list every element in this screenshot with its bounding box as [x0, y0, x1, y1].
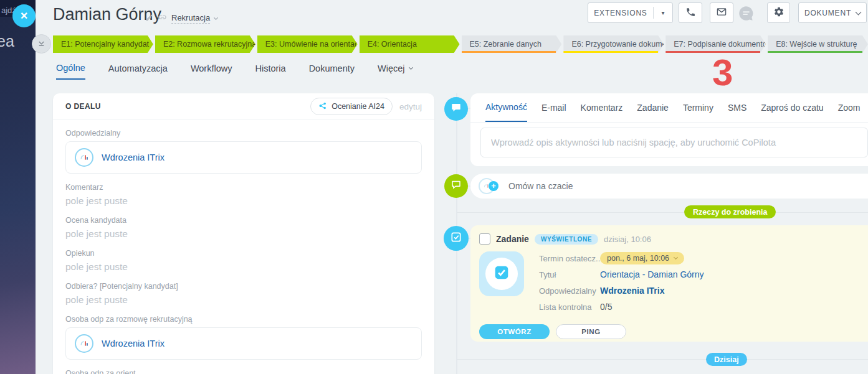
slider-minimize-button[interactable] [32, 34, 51, 54]
stage-e3[interactable]: E3: Umówienie na orientację [257, 35, 358, 53]
stage-e6[interactable]: E6: Przygotowanie dokume... [563, 35, 664, 53]
stage-e8[interactable]: E8: Wejście w strukturę [768, 35, 868, 53]
field-empty-value: pole jest puste [65, 261, 422, 273]
background-app-strip: ajdź ea [0, 0, 36, 374]
task-check-icon [494, 264, 510, 283]
stage-e1[interactable]: E1: Potencjalny kandydat [53, 35, 153, 53]
stage-e4[interactable]: E4: Orientacja [360, 35, 460, 53]
extensions-dropdown-caret[interactable]: ▾ [654, 9, 672, 16]
extensions-button[interactable]: EXTENSIONS ▾ [588, 2, 673, 23]
field-label: Osoba odp za orient [65, 369, 422, 374]
tab-wiecej[interactable]: Więcej [378, 63, 413, 80]
task-icon-tile [479, 251, 524, 296]
pipeline-selector[interactable]: Rekrutacja [171, 13, 210, 24]
field-label: Komentarz [65, 183, 422, 192]
tab-email[interactable]: E-mail [541, 93, 566, 122]
tab-sms[interactable]: SMS [728, 93, 746, 122]
task-timeline-card: Zadanie WYŚWIETLONE dzisiaj, 10:06 Termi… [470, 225, 868, 342]
deal-info-panel: O DEALU Ocenianie AI24 edytuj Odpowiedzi… [53, 93, 434, 374]
link-icon[interactable] [158, 12, 167, 24]
task-checklist-label: Lista kontrolna [539, 302, 600, 312]
gear-icon [773, 6, 785, 19]
discuss-in-chat-button[interactable]: + Omów na czacie [470, 174, 868, 199]
tab-zadanie[interactable]: Zadanie [637, 93, 669, 122]
deal-nav-tabs: Ogólne Automatyzacja Workflowy Historia … [56, 63, 413, 80]
edit-deal-link[interactable]: edytuj [399, 102, 422, 111]
email-button[interactable] [710, 2, 733, 23]
chevron-down-icon [408, 65, 413, 70]
task-responsible-link[interactable]: Wdrozenia ITrix [600, 286, 664, 296]
field-empty-value: pole jest puste [65, 294, 422, 306]
field-label: Osoba odp za rozmowę rekrutacyjną [65, 315, 422, 324]
tab-dokumenty[interactable]: Dokumenty [309, 63, 355, 80]
slider-close-button[interactable]: × [12, 4, 36, 27]
phone-icon [685, 7, 696, 19]
ai-scoring-button[interactable]: Ocenianie AI24 [310, 98, 393, 115]
avatar [75, 334, 93, 353]
openline-chat-button-disabled[interactable] [738, 5, 755, 22]
field-label: Ocena kandydata [65, 216, 422, 225]
task-timestamp: dzisiaj, 10:06 [604, 235, 651, 244]
field-label: Opiekun [65, 249, 422, 258]
settings-button[interactable] [767, 2, 790, 23]
todo-divider [457, 212, 868, 213]
timeline-chat-icon [444, 174, 468, 198]
interview-user-field[interactable]: Wdrozenia ITrix [65, 327, 422, 360]
ping-button[interactable]: PING [556, 324, 626, 339]
todo-badge: Rzeczy do zrobienia [684, 205, 776, 218]
task-deadline-label: Termin ostatecz... [539, 254, 600, 263]
tab-terminy[interactable]: Terminy [683, 93, 713, 122]
open-task-button[interactable]: OTWÓRZ [479, 324, 550, 339]
tab-komentarz[interactable]: Komentarz [581, 93, 623, 122]
field-empty-value: pole jest puste [65, 195, 422, 207]
edit-title-icon[interactable] [145, 13, 153, 24]
stage-e2[interactable]: E2: Rozmowa rekrutacyjna [155, 35, 255, 53]
avatar [75, 148, 93, 167]
document-button[interactable]: DOKUMENT [798, 2, 867, 23]
deal-panel-title: O DEALU [65, 102, 101, 111]
background-page-text-fragment: ea [0, 32, 14, 50]
annotation-number: 3 [712, 51, 733, 94]
chevron-down-icon [214, 15, 218, 19]
crm-deal-slider: ajdź ea × Damian Górny Rekrutacja EXTENS… [0, 0, 868, 374]
activity-description-input[interactable] [480, 128, 868, 157]
task-title-link[interactable]: Orientacja - Damian Górny [600, 269, 704, 279]
user-link[interactable]: Wdrozenia ITrix [102, 152, 165, 162]
field-label: Odpowiedzialny [65, 129, 422, 138]
today-divider [457, 359, 868, 360]
task-type-label: Zadanie [496, 234, 529, 244]
field-empty-value: pole jest puste [65, 228, 422, 240]
timeline-tabs: Aktywność E-mail Komentarz Zadanie Termi… [470, 93, 868, 123]
task-deadline-value[interactable]: pon., 6 maj, 10:06 [600, 252, 684, 264]
task-status-badge: WYŚWIETLONE [535, 234, 598, 245]
ai-molecule-icon [318, 101, 327, 112]
task-responsible-label: Odpowiedzialny [539, 286, 600, 296]
task-complete-checkbox[interactable] [479, 233, 490, 245]
speech-bubble-outline-icon [451, 179, 462, 193]
pipeline-stage-bar: E1: Potencjalny kandydat E2: Rozmowa rek… [53, 35, 868, 53]
chevron-down-icon [674, 255, 678, 259]
user-link[interactable]: Wdrozenia ITrix [102, 339, 165, 348]
tab-workflowy[interactable]: Workflowy [191, 63, 232, 80]
minimize-icon [37, 39, 46, 50]
task-title-label: Tytuł [539, 270, 600, 279]
call-button[interactable] [679, 2, 702, 23]
envelope-icon [716, 6, 727, 19]
stage-e7[interactable]: E7: Podpisanie dokumentów [665, 35, 766, 53]
task-check-icon [450, 231, 462, 246]
timeline-activity-icon [444, 97, 468, 121]
tab-aktywnosc[interactable]: Aktywność [485, 93, 527, 122]
timeline-task-icon [444, 226, 469, 251]
tab-automatyzacja[interactable]: Automatyzacja [108, 63, 168, 80]
stage-e5[interactable]: E5: Zebranie danych [462, 35, 562, 53]
tab-zoom[interactable]: Zoom [838, 93, 861, 122]
tab-ogolne[interactable]: Ogólne [56, 63, 85, 80]
responsible-user-field[interactable]: Wdrozenia ITrix [65, 141, 422, 174]
task-checklist-count: 0/5 [600, 302, 612, 312]
tab-zapros-do-czatu[interactable]: Zaproś do czatu [761, 93, 823, 122]
activity-composer-card: Aktywność E-mail Komentarz Zadanie Termi… [470, 93, 868, 166]
tab-historia[interactable]: Historia [255, 63, 285, 80]
field-label: Odbiera? [Potencjalny kandydat] [65, 282, 422, 291]
chevron-down-icon [856, 9, 862, 15]
plus-icon: + [489, 181, 498, 191]
